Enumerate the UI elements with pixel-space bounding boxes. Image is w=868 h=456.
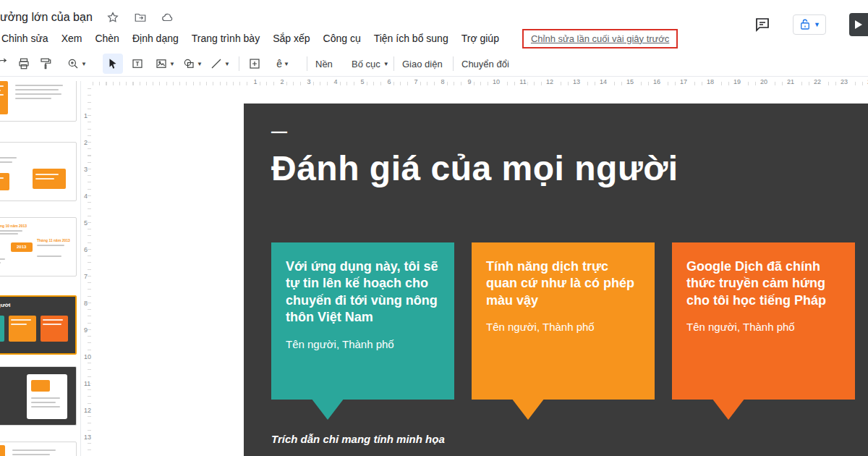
annotation-box: Chỉnh sửa lần cuối vài giây trước <box>522 29 678 48</box>
ruler-number: 2 <box>84 138 88 147</box>
ruler-number: 1 <box>84 111 88 120</box>
slide-dash-text[interactable]: — <box>271 124 287 140</box>
menu-help[interactable]: Trợ giúp <box>461 33 499 44</box>
menu-arrange[interactable]: Sắp xếp <box>273 33 310 44</box>
ruler-number: 12 <box>84 406 91 415</box>
menu-insert[interactable]: Chèn <box>95 33 119 44</box>
present-button[interactable] <box>849 13 868 36</box>
ruler-number: 10 <box>491 78 501 85</box>
ruler-number: 5 <box>359 78 365 85</box>
slide-canvas[interactable]: — Đánh giá của mọi người Với ứng dụng nà… <box>244 104 868 456</box>
toolbar: ▼ ▼ ▼ ▼ ê ▼ Nền Bố cục▼ Giao diện Chuyển… <box>0 51 868 77</box>
share-button[interactable]: ▼ <box>793 14 826 35</box>
menu-format[interactable]: Định dạng <box>132 33 179 44</box>
text-box-icon[interactable] <box>127 54 148 74</box>
slide-title[interactable]: Đánh giá của mọi người <box>271 148 792 188</box>
slide-thumbnail-4-selected[interactable]: a mọi người <box>0 295 77 355</box>
quote-card-2[interactable]: Tính năng dịch trực quan cứ như là có ph… <box>472 242 655 400</box>
filmstrip: thức Tháng 10 năm 2013 2013 Tháng 11 năm… <box>0 81 81 456</box>
ruler-number: 13 <box>571 78 582 85</box>
titlebar: ưởng lớn của bạn <box>0 7 175 28</box>
ruler-number: 6 <box>386 78 392 85</box>
theme-button[interactable]: Giao diện <box>402 54 443 74</box>
ruler-number: 4 <box>84 192 88 200</box>
ruler-number: 4 <box>332 78 339 85</box>
quote-card-1[interactable]: Với ứng dụng này, tôi sẽ tự tin lên kế h… <box>271 242 454 400</box>
ruler-number: 11 <box>518 78 527 85</box>
ruler-number: 20 <box>759 78 769 85</box>
layout-button[interactable]: Bố cục▼ <box>352 54 389 74</box>
special-character-icon[interactable]: ê ▼ <box>269 54 297 74</box>
ruler-number: 6 <box>84 245 88 254</box>
ruler-number: 16 <box>652 78 662 85</box>
paint-format-icon[interactable] <box>36 54 55 74</box>
app-root: { "titlebar": { "title": "ưởng lớn của b… <box>0 0 868 456</box>
comments-icon[interactable] <box>754 16 773 35</box>
ruler-number: 3 <box>84 165 88 174</box>
ruler-number: 13 <box>84 433 91 442</box>
quote-author: Tên người, Thành phố <box>686 321 841 333</box>
horizontal-ruler[interactable]: 123456789101112131415161718192021222324 <box>93 77 868 88</box>
toolbar-separator <box>307 56 307 71</box>
play-icon <box>855 20 862 29</box>
cloud-status-icon[interactable] <box>161 10 175 25</box>
ruler-number: 7 <box>84 272 88 281</box>
ruler-number: 9 <box>466 78 472 85</box>
insert-line-icon[interactable]: ▼ <box>205 54 234 74</box>
ruler-number: 21 <box>786 78 796 85</box>
vertical-ruler[interactable]: 12345678910111213 <box>82 88 94 456</box>
menu-view[interactable]: Xem <box>61 33 82 44</box>
card-tail <box>511 398 545 420</box>
ruler-number: 3 <box>305 78 312 85</box>
card-tail <box>712 398 745 420</box>
slide-thumbnail-5[interactable]: ôn ngữ? ogle Dịch ơn nữa am gia <box>0 366 77 426</box>
ruler-number: 5 <box>84 219 88 227</box>
slide-footnote[interactable]: Trích dẫn chỉ mang tính minh họa <box>271 433 445 445</box>
slide-thumbnail-2[interactable]: thức <box>0 142 77 201</box>
menu-tools[interactable]: Công cụ <box>323 33 361 44</box>
menu-slide[interactable]: Trang trình bày <box>192 33 260 44</box>
background-button[interactable]: Nền <box>315 54 333 74</box>
ruler-number: 18 <box>705 78 715 85</box>
ruler-number: 19 <box>732 78 742 85</box>
ruler-number: 2 <box>278 78 285 85</box>
quote-card-3[interactable]: Google Dịch đã chính thức truyền cảm hứn… <box>672 242 855 400</box>
menu-edit[interactable]: Chỉnh sửa <box>1 33 48 44</box>
insert-shape-icon[interactable]: ▼ <box>178 54 207 74</box>
insert-image-icon[interactable]: ▼ <box>150 54 179 74</box>
document-title[interactable]: ưởng lớn của bạn <box>0 11 93 24</box>
print-icon[interactable] <box>14 54 33 74</box>
move-folder-icon[interactable] <box>133 10 148 25</box>
slide-thumbnail-3[interactable]: Tháng 10 năm 2013 2013 Tháng 11 năm 2013 <box>0 217 77 276</box>
ruler-number: 11 <box>84 379 90 388</box>
ruler-number: 17 <box>678 78 689 85</box>
ruler-number: 1 <box>252 78 258 85</box>
slide-thumbnail-6[interactable] <box>0 442 77 456</box>
menu-addons[interactable]: Tiện ích bổ sung <box>374 33 448 44</box>
star-icon[interactable] <box>106 10 120 25</box>
zoom-icon[interactable]: ▼ <box>62 54 91 74</box>
quote-text: Tính năng dịch trực quan cứ như là có ph… <box>486 258 640 309</box>
toolbar-separator <box>393 56 394 71</box>
redo-icon[interactable] <box>0 54 12 74</box>
quote-text: Với ứng dụng này, tôi sẽ tự tin lên kế h… <box>286 258 440 326</box>
quote-text: Google Dịch đã chính thức truyền cảm hứn… <box>686 258 841 309</box>
ruler-number: 14 <box>598 78 608 85</box>
share-lock-icon <box>799 18 812 31</box>
quote-author: Tên người, Thành phố <box>486 321 640 333</box>
last-edit-link[interactable]: Chỉnh sửa lần cuối vài giây trước <box>531 33 669 44</box>
transition-button[interactable]: Chuyển đổi <box>461 54 509 74</box>
ruler-number: 22 <box>812 78 822 85</box>
quote-author: Tên người, Thành phố <box>286 338 440 350</box>
ruler-number: 9 <box>84 326 88 334</box>
menubar: Chỉnh sửa Xem Chèn Định dạng Trang trình… <box>0 28 678 49</box>
plus-box-icon[interactable] <box>244 54 265 74</box>
ruler-number: 10 <box>84 352 91 361</box>
ruler-number: 8 <box>439 78 446 85</box>
share-caret-icon: ▼ <box>814 21 820 28</box>
slide-thumbnail-1[interactable] <box>0 81 77 122</box>
toolbar-separator <box>453 56 454 71</box>
select-cursor-icon[interactable] <box>103 54 123 74</box>
ruler-number: 7 <box>412 78 419 85</box>
card-tail <box>311 398 344 420</box>
